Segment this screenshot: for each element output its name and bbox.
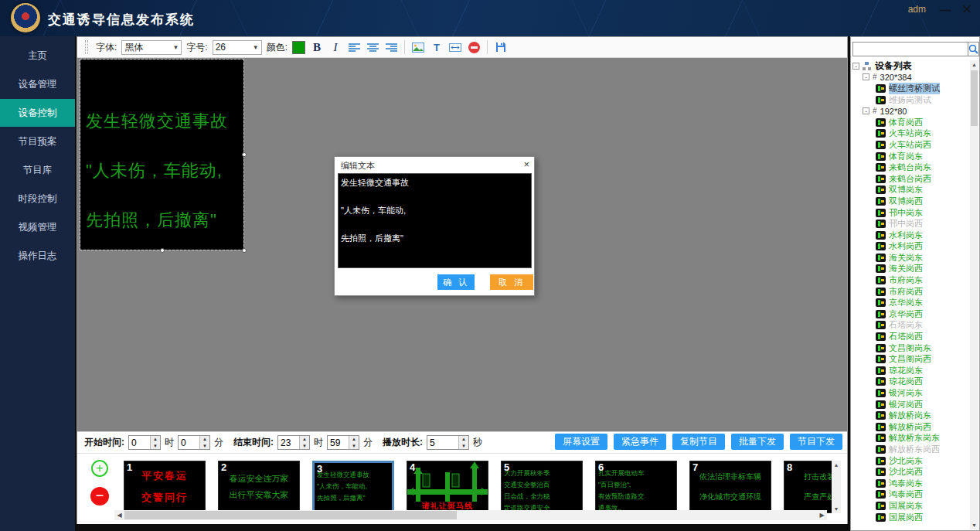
confirm-button[interactable]: 确 认 <box>437 274 475 290</box>
playlist-item-8[interactable]: 8打击改装"炸严查严处"机 <box>784 461 836 513</box>
playlist-vertical-scrollbar[interactable]: ▲ ▼ <box>832 461 841 513</box>
device-item[interactable]: 解放桥东岗西 <box>852 444 970 455</box>
bold-button[interactable]: B <box>310 39 324 55</box>
device-item[interactable]: 来鹤台岗东 <box>852 162 970 173</box>
device-item[interactable]: 火车站岗东 <box>852 128 970 140</box>
playlist-item-1[interactable]: 1平安春运交警同行 <box>124 461 206 513</box>
stepper-up-icon[interactable]: ▲ <box>349 436 359 443</box>
sidebar-item-4[interactable]: 节目库 <box>0 156 75 184</box>
add-program-button[interactable]: + <box>91 460 108 477</box>
playlist-horizontal-scrollbar[interactable]: ◀ ▶ <box>114 510 827 520</box>
scroll-right-icon[interactable]: ▶ <box>817 512 827 519</box>
resize-handle-right[interactable] <box>242 152 247 157</box>
search-button[interactable] <box>968 42 979 56</box>
device-item[interactable]: 京华岗西 <box>852 308 970 320</box>
playlist-item-6[interactable]: 6扎实开展电动车"百日整治",有效预防道路交通事故.. <box>595 461 677 513</box>
scroll-left-icon[interactable]: ◀ <box>114 512 124 519</box>
remove-program-button[interactable]: − <box>90 487 109 505</box>
led-preview-panel[interactable]: 发生轻微交通事故 "人未伤，车能动, 先拍照，后撤离" <box>80 60 243 250</box>
align-left-button[interactable] <box>347 39 361 55</box>
device-item[interactable]: 京华岗东 <box>852 297 970 308</box>
device-item[interactable]: 市府岗西 <box>852 286 970 298</box>
sidebar-item-3[interactable]: 节目预案 <box>0 128 75 155</box>
playlist-item-7[interactable]: 7依法治理非标车辆净化城市交通环境 <box>689 461 771 513</box>
device-group-0[interactable]: -#320*384 <box>852 72 970 83</box>
action-button-4[interactable]: 节目下发 <box>790 434 842 450</box>
device-item[interactable]: 来鹤台岗西 <box>852 173 970 185</box>
start-hour-input[interactable] <box>129 436 150 449</box>
device-item[interactable]: 国展岗东 <box>852 500 970 512</box>
playlist-item-5[interactable]: 5大力开展秋冬季交通安全整治百日会战，全力稳定道路交通安全形势！ <box>501 461 583 513</box>
device-item[interactable]: 螺丝湾桥测试 <box>852 83 970 94</box>
device-item[interactable]: 琼花岗西 <box>852 376 970 388</box>
device-item[interactable]: 邗中岗东 <box>852 207 970 219</box>
collapse-icon[interactable]: - <box>863 73 869 80</box>
font-select[interactable]: 黑体 ▼ <box>121 40 182 55</box>
device-tree-root[interactable]: - 设备列表 <box>852 60 970 72</box>
stepper-down-icon[interactable]: ▼ <box>349 443 359 450</box>
device-item[interactable]: 鸿泰岗西 <box>852 489 970 501</box>
italic-button[interactable]: I <box>328 39 342 55</box>
scrollbar-track[interactable] <box>124 510 817 520</box>
collapse-icon[interactable]: - <box>863 107 869 114</box>
current-user[interactable]: adm <box>908 4 926 15</box>
screen-fit-button[interactable] <box>448 39 462 55</box>
scrollbar-thumb[interactable] <box>124 511 457 519</box>
device-item[interactable]: 海关岗东 <box>852 252 970 264</box>
start-min-input[interactable] <box>179 436 199 449</box>
playlist-item-4[interactable]: 4请礼让斑马线 <box>407 461 488 513</box>
device-item[interactable]: 沙北岗东 <box>852 455 970 467</box>
device-item[interactable]: 国展岗西 <box>852 512 970 523</box>
device-tree-scrollbar[interactable]: ▲ ▼ <box>970 60 978 529</box>
delete-element-button[interactable] <box>467 39 481 55</box>
resize-handle-corner[interactable] <box>242 248 247 253</box>
sidebar-item-5[interactable]: 时段控制 <box>0 185 75 213</box>
align-center-button[interactable] <box>366 39 379 55</box>
device-item[interactable]: 维扬岗测试 <box>852 94 970 106</box>
dialog-close-icon[interactable]: × <box>523 158 529 170</box>
stepper-up-icon[interactable]: ▲ <box>200 436 209 443</box>
device-item[interactable]: 琼花岗东 <box>852 365 970 376</box>
edit-text-area[interactable]: 发生轻微交通事故 "人未伤，车能动, 先拍照，后撤离" <box>338 173 532 268</box>
device-item[interactable]: 海关岗西 <box>852 264 970 275</box>
device-item[interactable]: 解放桥岗西 <box>852 421 970 433</box>
scroll-down-icon[interactable]: ▼ <box>832 505 841 513</box>
playlist-item-3[interactable]: 3发生轻微交通事故"人未伤，车能动,先拍照，后撤离" <box>312 461 394 513</box>
collapse-icon[interactable]: - <box>852 63 859 70</box>
sidebar-item-0[interactable]: 主页 <box>0 42 75 70</box>
device-item[interactable]: 水利岗东 <box>852 230 970 241</box>
device-item[interactable]: 文昌阁岗西 <box>852 353 970 365</box>
action-button-2[interactable]: 复制节目 <box>672 434 725 450</box>
font-size-select[interactable]: 26 ▼ <box>213 40 262 55</box>
device-item[interactable]: 文昌阁岗东 <box>852 342 970 354</box>
device-item[interactable]: 石塔岗东 <box>852 320 970 332</box>
stepper-down-icon[interactable]: ▼ <box>300 443 309 450</box>
sidebar-item-2[interactable]: 设备控制 <box>0 99 75 127</box>
stepper-up-icon[interactable]: ▲ <box>151 436 160 443</box>
scroll-up-icon[interactable]: ▲ <box>970 60 978 69</box>
scroll-up-icon[interactable]: ▲ <box>832 461 841 469</box>
save-button[interactable] <box>494 39 508 55</box>
device-item[interactable]: 体育岗西 <box>852 117 970 128</box>
device-item[interactable]: 石塔岗西 <box>852 331 970 342</box>
stepper-up-icon[interactable]: ▲ <box>300 436 309 443</box>
device-item[interactable]: 邗中岗西 <box>852 218 970 230</box>
stepper-down-icon[interactable]: ▼ <box>151 443 160 450</box>
device-item[interactable]: 市府岗东 <box>852 274 970 286</box>
duration-input[interactable] <box>427 436 458 449</box>
minimize-icon[interactable]: — <box>937 2 954 17</box>
device-item[interactable]: 银河岗东 <box>852 387 970 399</box>
close-icon[interactable]: ✕ <box>958 2 975 17</box>
sidebar-item-1[interactable]: 设备管理 <box>0 70 75 98</box>
device-item[interactable]: 解放桥岗东 <box>852 410 970 421</box>
device-item[interactable]: 水利岗西 <box>852 241 970 253</box>
scrollbar-thumb[interactable] <box>971 70 978 126</box>
device-item[interactable]: 双博岗东 <box>852 185 970 196</box>
device-search-input[interactable] <box>852 42 968 56</box>
device-item[interactable]: 鸿泰岗东 <box>852 478 970 489</box>
stepper-down-icon[interactable]: ▼ <box>200 443 209 450</box>
scroll-down-icon[interactable]: ▼ <box>970 521 978 529</box>
action-button-3[interactable]: 批量下发 <box>731 434 784 450</box>
color-swatch[interactable] <box>292 41 305 54</box>
device-item[interactable]: 火车站岗西 <box>852 139 970 151</box>
